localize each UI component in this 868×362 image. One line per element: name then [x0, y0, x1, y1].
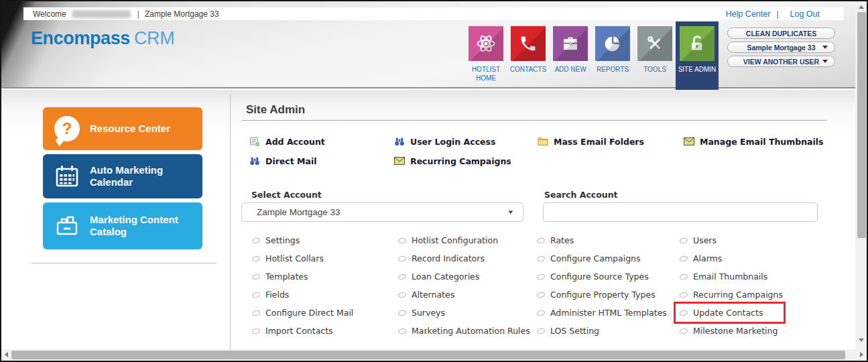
nav-item-hotlist-home[interactable]: HOTLIST HOME [469, 26, 503, 82]
ring-icon [536, 327, 546, 335]
scroll-down-arrow-icon[interactable] [859, 339, 864, 342]
catalog-icon [52, 213, 82, 239]
admin-link-record-indicators[interactable]: Record Indicators [398, 249, 537, 267]
admin-link-loan-categories[interactable]: Loan Categories [398, 267, 537, 286]
account-dropdown-button[interactable]: Sample Mortgage 33 [727, 42, 835, 53]
admin-link-email-thumbnails[interactable]: Email Thumbnails [680, 267, 834, 286]
ring-icon [397, 255, 407, 262]
admin-link-marketing-automation-rules[interactable]: Marketing Automation Rules [398, 322, 537, 340]
binoculars-icon [249, 156, 260, 166]
scrollbar-corner [855, 349, 868, 361]
admin-link-label: Fields [265, 290, 289, 300]
sidebar-item-marketing-content-catalog[interactable]: Marketing Content Catalog [43, 202, 202, 249]
scroll-right-arrow-icon[interactable] [860, 352, 863, 357]
question-bubble-icon [52, 116, 82, 141]
admin-link-hotlist-configuration[interactable]: Hotlist Configuration [398, 231, 537, 249]
admin-link-import-contacts[interactable]: Import Contacts [252, 322, 398, 340]
nav-item-site-admin[interactable]: SITE ADMIN [680, 26, 715, 82]
recurring-campaigns-link[interactable]: Recurring Campaigns [394, 156, 511, 166]
admin-link-surveys[interactable]: Surveys [398, 304, 537, 322]
contacts-tile [511, 26, 546, 61]
vertical-divider [230, 95, 231, 349]
lock-icon [688, 34, 706, 53]
ring-icon [397, 273, 407, 280]
admin-link-configure-campaigns[interactable]: Configure Campaigns [537, 249, 680, 267]
admin-link-settings[interactable]: Settings [252, 231, 398, 249]
admin-link-label: Milestone Marketing [693, 326, 778, 336]
user-login-access-link[interactable]: User Login Access [394, 136, 495, 147]
redacted-username [72, 10, 131, 18]
ring-icon [397, 327, 407, 335]
add-account-link[interactable]: Add Account [249, 136, 325, 147]
admin-link-templates[interactable]: Templates [252, 267, 398, 286]
nav-item-add-new[interactable]: ADD NEW [553, 26, 588, 82]
admin-link-rates[interactable]: Rates [537, 231, 680, 249]
scroll-up-arrow-icon[interactable] [859, 5, 864, 9]
help-center-link[interactable]: Help Center [726, 9, 771, 19]
ring-icon [679, 237, 688, 244]
scroll-left-arrow-icon[interactable] [5, 352, 8, 357]
nav-label: HOTLIST HOME [464, 66, 507, 82]
admin-link-alarms[interactable]: Alarms [680, 249, 834, 267]
logo-primary: Encompass [31, 28, 130, 48]
mass-email-folders-link[interactable]: Mass Email Folders [538, 136, 644, 147]
admin-link-label: Configure Campaigns [550, 253, 641, 263]
sidebar-item-resource-center[interactable]: Resource Center [43, 107, 202, 150]
admin-link-label: Marketing Automation Rules [412, 326, 530, 336]
admin-link-label: Rates [550, 235, 574, 245]
toolbar-link-label: Add Account [265, 137, 325, 147]
admin-link-label: Templates [265, 272, 308, 282]
view-another-user-button[interactable]: VIEW ANOTHER USER [727, 56, 835, 67]
admin-link-label: Configure Property Types [550, 290, 656, 300]
admin-link-label: Alternates [412, 290, 454, 300]
admin-link-label: LOS Setting [550, 326, 599, 336]
nav-label: SITE ADMIN [676, 66, 719, 74]
vertical-scrollbar-thumb[interactable] [857, 12, 866, 238]
ring-icon [536, 291, 546, 298]
calendar-icon [52, 163, 82, 190]
admin-link-fields[interactable]: Fields [252, 286, 398, 304]
ring-icon [536, 237, 546, 244]
atom-icon [476, 34, 496, 54]
search-account-input[interactable] [543, 202, 818, 222]
admin-link-configure-property-types[interactable]: Configure Property Types [537, 286, 680, 304]
nav-label: CONTACTS [507, 66, 550, 74]
admin-link-alternates[interactable]: Alternates [398, 286, 537, 304]
admin-link-users[interactable]: Users [680, 231, 834, 249]
direct-mail-link[interactable]: Direct Mail [249, 156, 316, 166]
toplink-separator: | [776, 9, 778, 19]
nav-item-tools[interactable]: TOOLS [637, 26, 672, 82]
phone-icon [519, 34, 538, 53]
chevron-down-icon [822, 60, 828, 63]
admin-link-los-setting[interactable]: LOS Setting [537, 322, 680, 340]
admin-link-label: Loan Categories [412, 272, 479, 282]
tools-tile [637, 26, 672, 61]
nav-item-contacts[interactable]: CONTACTS [511, 26, 546, 82]
log-out-link[interactable]: Log Out [790, 9, 820, 19]
toolbar-link-label: Recurring Campaigns [410, 156, 511, 166]
admin-link-label: Recurring Campaigns [693, 290, 783, 300]
select-account-dropdown[interactable]: Zample Mortgage 33 [241, 202, 523, 222]
admin-link-milestone-marketing[interactable]: Milestone Marketing [680, 322, 834, 340]
admin-link-recurring-campaigns[interactable]: Recurring Campaigns [680, 286, 834, 304]
ring-icon [536, 309, 546, 316]
admin-link-administer-html-templates[interactable]: Administer HTML Templates [537, 304, 680, 322]
header: Welcome | Zample Mortgage 33 Help Center… [1, 1, 867, 88]
horizontal-scrollbar-thumb[interactable] [11, 351, 845, 359]
horizontal-scrollbar[interactable] [1, 349, 855, 361]
admin-link-configure-source-types[interactable]: Configure Source Types [537, 267, 680, 286]
clean-duplicates-button[interactable]: CLEAN DUPLICATES [727, 27, 835, 39]
add-new-tile [553, 26, 588, 61]
admin-link-hotlist-collars[interactable]: Hotlist Collars [252, 249, 398, 267]
toolbar-link-label: User Login Access [410, 137, 495, 147]
nav-item-reports[interactable]: REPORTS [595, 26, 630, 82]
sidebar-item-auto-marketing-calendar[interactable]: Auto Marketing Calendar [43, 154, 202, 198]
manage-email-thumbnails-link[interactable]: Manage Email Thumbnails [684, 136, 824, 147]
ring-icon [679, 327, 688, 335]
envelope-icon [394, 157, 405, 165]
ring-icon [397, 309, 407, 316]
admin-link-configure-direct-mail[interactable]: Configure Direct Mail [252, 304, 398, 322]
ring-icon [536, 255, 546, 262]
vertical-scrollbar[interactable] [855, 1, 868, 349]
admin-link-label: Email Thumbnails [693, 272, 767, 282]
